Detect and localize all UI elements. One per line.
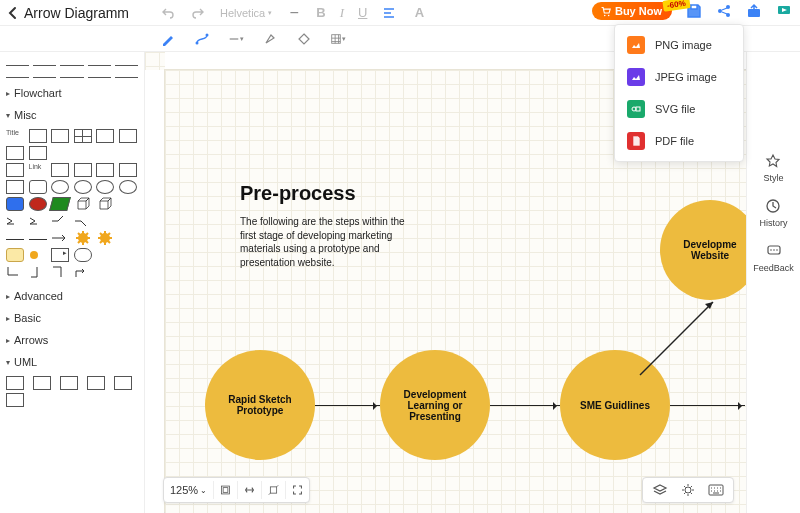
shape-list[interactable] <box>96 129 114 143</box>
shape-ellipse[interactable] <box>119 180 137 194</box>
shape-uml[interactable] <box>33 376 51 390</box>
fill-color-icon[interactable] <box>296 31 312 47</box>
category-arrows[interactable]: Arrows <box>6 329 138 351</box>
node-development-learning[interactable]: Development Learning or Presenting <box>380 350 490 460</box>
shape-button[interactable] <box>29 248 47 262</box>
underline-button[interactable]: U <box>358 5 367 20</box>
category-flowchart[interactable]: Flowchart <box>6 82 138 104</box>
font-selector[interactable]: Helvetica▾ <box>220 7 272 19</box>
diagram-description[interactable]: The following are the steps within the f… <box>240 215 410 269</box>
stroke-color-icon[interactable] <box>262 31 278 47</box>
shape-zig[interactable] <box>51 214 69 228</box>
layers-icon[interactable] <box>651 481 669 499</box>
edge-arrow-diagonal[interactable] <box>635 290 725 380</box>
pen-tool-icon[interactable] <box>160 31 176 47</box>
shape-rect[interactable] <box>6 180 24 194</box>
shape-ellipse[interactable] <box>74 180 92 194</box>
shape-elbow[interactable] <box>29 265 47 279</box>
arrow-preset-row[interactable] <box>6 58 138 66</box>
category-advanced[interactable]: Advanced <box>6 285 138 307</box>
shape-table[interactable] <box>6 146 24 160</box>
shape-line[interactable] <box>6 239 24 240</box>
shape-blue[interactable] <box>6 197 24 211</box>
shape-card[interactable] <box>74 163 92 177</box>
edge-arrow[interactable] <box>490 405 560 406</box>
shape-rect[interactable] <box>29 129 47 143</box>
export-jpeg[interactable]: JPEG image <box>615 61 743 93</box>
shape-uml[interactable] <box>87 376 105 390</box>
shape-elbow[interactable] <box>74 265 92 279</box>
export-png[interactable]: PNG image <box>615 29 743 61</box>
shape-uml[interactable] <box>6 376 24 390</box>
rail-history[interactable]: History <box>759 197 787 228</box>
fit-page-icon[interactable] <box>213 481 231 499</box>
line-style-icon[interactable]: ▾ <box>228 31 244 47</box>
connector-tool-icon[interactable] <box>194 31 210 47</box>
shape-zig[interactable] <box>29 214 47 228</box>
shape-zig[interactable] <box>74 214 92 228</box>
category-misc[interactable]: Misc <box>6 104 138 126</box>
shape-green[interactable] <box>49 197 71 211</box>
shape-table[interactable] <box>29 146 47 160</box>
font-size-minus[interactable]: − <box>286 5 302 21</box>
share-icon[interactable] <box>716 3 732 19</box>
shape-zig[interactable] <box>6 214 24 228</box>
shape-cube[interactable] <box>96 197 114 211</box>
export-svg[interactable]: SVG file <box>615 93 743 125</box>
undo-icon[interactable] <box>160 5 176 21</box>
shape-line[interactable] <box>29 239 47 240</box>
gear-icon[interactable] <box>74 231 92 245</box>
fit-width-icon[interactable] <box>237 481 255 499</box>
shape-elbow[interactable] <box>6 265 24 279</box>
shape-roundrect[interactable] <box>29 180 47 194</box>
shape-card[interactable] <box>96 163 114 177</box>
text-color-button[interactable]: A <box>411 5 427 21</box>
edge-arrow[interactable] <box>315 405 380 406</box>
category-uml[interactable]: UML <box>6 351 138 373</box>
rail-style[interactable]: Style <box>763 152 783 183</box>
zoom-selector[interactable]: 125%⌄ <box>170 484 207 496</box>
document-title[interactable]: Arrow Diagramm <box>24 5 144 21</box>
shape-half[interactable] <box>6 163 24 177</box>
shape-ellipse[interactable] <box>96 180 114 194</box>
shape-selected[interactable] <box>6 248 24 262</box>
shape-uml[interactable] <box>6 393 24 407</box>
keyboard-icon[interactable] <box>707 481 725 499</box>
shape-grid[interactable] <box>74 129 92 143</box>
shape-ellipse[interactable] <box>51 180 69 194</box>
italic-button[interactable]: I <box>340 5 344 21</box>
actual-size-icon[interactable] <box>261 481 279 499</box>
node-development-website[interactable]: Developme Website <box>660 200 746 300</box>
shape-cube[interactable] <box>74 197 92 211</box>
bold-button[interactable]: B <box>316 5 325 20</box>
export-icon[interactable] <box>746 3 762 19</box>
node-rapid-sketch[interactable]: Rapid Sketch Prototype <box>205 350 315 460</box>
shape-card[interactable] <box>51 163 69 177</box>
shape-input[interactable]: ▸ <box>51 248 69 262</box>
category-basic[interactable]: Basic <box>6 307 138 329</box>
align-button[interactable] <box>381 5 397 21</box>
gear-icon[interactable] <box>96 231 114 245</box>
diagram-heading[interactable]: Pre-process <box>240 182 356 205</box>
shape-uml[interactable] <box>114 376 132 390</box>
shape-arrow[interactable] <box>51 231 69 245</box>
back-button[interactable] <box>6 6 18 20</box>
shape-card[interactable] <box>119 163 137 177</box>
arrow-preset-row[interactable] <box>6 70 138 78</box>
export-pdf[interactable]: PDF file <box>615 125 743 157</box>
present-icon[interactable] <box>776 3 792 19</box>
shape-uml[interactable] <box>60 376 78 390</box>
fullscreen-icon[interactable] <box>285 481 303 499</box>
redo-icon[interactable] <box>190 5 206 21</box>
table-tool-icon[interactable]: ▾ <box>330 31 346 47</box>
buy-now-button[interactable]: Buy Now -60% <box>592 2 672 20</box>
brightness-icon[interactable] <box>679 481 697 499</box>
edge-arrow[interactable] <box>670 405 745 406</box>
shape-pill[interactable] <box>74 248 92 262</box>
shape-red[interactable] <box>29 197 47 211</box>
shape-rect[interactable] <box>51 129 69 143</box>
rail-feedback[interactable]: FeedBack <box>753 242 794 273</box>
shape-elbow[interactable] <box>51 265 69 279</box>
shape-lines[interactable] <box>119 129 137 143</box>
buy-label: Buy Now <box>615 5 662 17</box>
